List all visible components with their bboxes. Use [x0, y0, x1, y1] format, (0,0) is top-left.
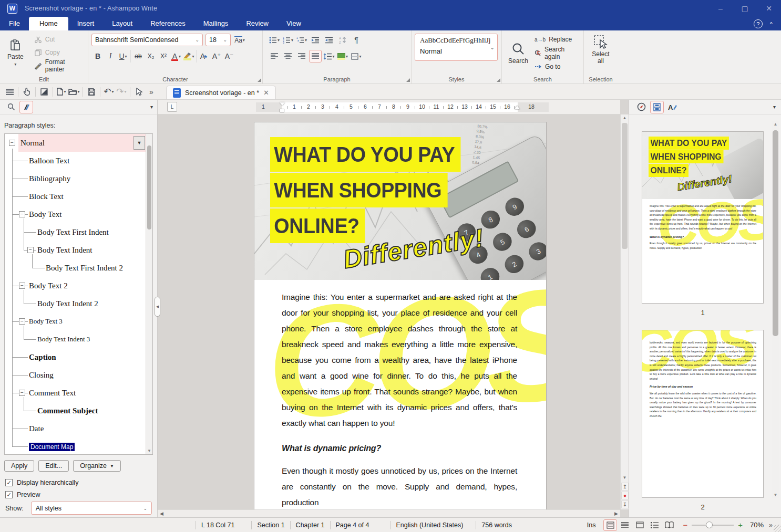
- right-indent-marker[interactable]: [515, 106, 520, 109]
- style-item-caption[interactable]: Caption: [5, 348, 152, 366]
- document-body-text[interactable]: Imagine this: You enter a supermarket an…: [282, 289, 517, 509]
- collapse-ribbon-icon[interactable]: ^: [770, 21, 773, 27]
- page-view-icon[interactable]: [603, 519, 617, 531]
- goto-button[interactable]: Go to: [532, 61, 580, 72]
- format-painter-button[interactable]: Format painter: [32, 60, 85, 71]
- tab-view[interactable]: View: [278, 17, 310, 30]
- touch-mode-icon[interactable]: [20, 86, 33, 98]
- select-all-button[interactable]: Selectall: [587, 34, 614, 66]
- tab-layout[interactable]: Layout: [103, 17, 141, 30]
- status-cursor-position[interactable]: L 18 Col 71: [201, 521, 234, 529]
- continuous-view-icon[interactable]: [618, 519, 632, 531]
- style-item-body-text[interactable]: −Body Text: [5, 205, 152, 223]
- status-section[interactable]: Section 1: [257, 521, 284, 529]
- character-dialog-launcher[interactable]: [258, 78, 261, 82]
- toolbar-overflow-icon[interactable]: »: [145, 86, 158, 98]
- web-view-icon[interactable]: [633, 519, 646, 531]
- tab-home[interactable]: Home: [29, 17, 68, 30]
- underline-button[interactable]: U▾: [117, 50, 129, 62]
- change-case-button[interactable]: Aa▾: [233, 34, 246, 46]
- subheading[interactable]: What is dynamic pricing?: [282, 441, 517, 456]
- superscript-button[interactable]: X²: [157, 50, 170, 62]
- resize-grip[interactable]: [774, 525, 781, 532]
- align-center-button[interactable]: [282, 50, 294, 62]
- insert-mode-indicator[interactable]: Ins: [587, 521, 596, 529]
- document-page[interactable]: 10,7%9,5%8,3%17,614,62,301,450,54 789 45…: [254, 122, 547, 509]
- style-item-dropdown[interactable]: ▼: [133, 136, 145, 150]
- paragraph-dialog-launcher[interactable]: [406, 78, 410, 82]
- subscript-button[interactable]: X₂: [145, 50, 157, 62]
- style-picker[interactable]: AaBbCcDdEeFfGgHhIiJj Normal ⌄: [415, 34, 498, 61]
- open-folder-icon[interactable]: ▾: [68, 86, 80, 98]
- status-language[interactable]: English (United States): [396, 521, 463, 529]
- font-size-combo[interactable]: 18 ⌄: [205, 34, 231, 46]
- decrease-indent-button[interactable]: [323, 34, 335, 46]
- style-item-body-text-first-indent-2[interactable]: Body Text First Indent 2: [5, 259, 152, 277]
- browse-object-button[interactable]: ●: [621, 492, 629, 499]
- zoom-slider[interactable]: [692, 525, 734, 526]
- status-page-count[interactable]: Page 4 of 4: [336, 521, 369, 529]
- scroll-up-icon[interactable]: ▲: [772, 122, 779, 127]
- zoom-level[interactable]: 70%: [750, 521, 764, 529]
- multilevel-list-button[interactable]: 1a▾: [295, 34, 308, 46]
- shrink-font-button[interactable]: A⁻: [223, 50, 235, 62]
- style-item-balloon-text[interactable]: Balloon Text: [5, 152, 152, 170]
- navigator-icon[interactable]: [634, 101, 648, 113]
- display-hierarchically-checkbox[interactable]: ✓: [5, 479, 13, 486]
- font-name-combo[interactable]: Bahnschrift SemiCondensed ⌄: [91, 34, 203, 46]
- minimize-button[interactable]: –: [708, 0, 733, 17]
- justify-button[interactable]: [309, 50, 322, 62]
- previous-page-button[interactable]: ↥: [621, 483, 629, 491]
- line-spacing-button[interactable]: ▾: [323, 50, 335, 62]
- tab-references[interactable]: References: [141, 17, 194, 30]
- style-item-bibliography[interactable]: Bibliography: [5, 170, 152, 187]
- tab-mailings[interactable]: Mailings: [194, 17, 238, 30]
- style-item-body-text-2[interactable]: −Body Text 2: [5, 277, 152, 295]
- style-item-normal[interactable]: − Normal ▼: [5, 134, 152, 152]
- align-left-button[interactable]: [268, 50, 281, 62]
- scrollbar-thumb[interactable]: [622, 123, 628, 249]
- shading-button[interactable]: ▾: [336, 50, 349, 62]
- maximize-button[interactable]: ▢: [733, 0, 757, 17]
- scroll-down-icon[interactable]: ▼: [146, 448, 152, 453]
- pointer-tool-icon[interactable]: [132, 86, 145, 98]
- tree-scrollbar[interactable]: ▼: [146, 134, 152, 454]
- style-item-body-text-indent-2[interactable]: Body Text Indent 2: [5, 295, 152, 312]
- styles-dialog-launcher[interactable]: [497, 78, 500, 82]
- style-item-comment-subject[interactable]: Comment Subject: [5, 402, 152, 420]
- status-chapter[interactable]: Chapter 1: [296, 521, 325, 529]
- organize-button[interactable]: Organize▼: [73, 460, 121, 472]
- search-again-button[interactable]: Search again: [532, 47, 580, 59]
- zoom-slider-knob[interactable]: [706, 521, 713, 528]
- style-item-body-text-first-indent[interactable]: Body Text First Indent: [5, 223, 152, 241]
- numbered-list-button[interactable]: 123▾: [282, 34, 294, 46]
- document-tab[interactable]: Screenshot vorlage - en * ✕: [166, 86, 276, 99]
- book-view-icon[interactable]: [662, 519, 676, 531]
- tab-file[interactable]: File: [0, 17, 29, 30]
- page-thumbnail-1[interactable]: WHAT DO YOU PAY WHEN SHOPPING ONLINE? Di…: [642, 131, 764, 304]
- contrast-view-icon[interactable]: [38, 86, 50, 98]
- sidebar-menu-icon[interactable]: ▾: [773, 104, 776, 110]
- align-right-button[interactable]: [295, 50, 308, 62]
- sort-button[interactable]: AZ: [336, 34, 349, 46]
- style-item-body-text-3[interactable]: −Body Text 3: [5, 312, 152, 330]
- panel-collapse-handle[interactable]: ◀: [155, 297, 160, 317]
- status-word-count[interactable]: 756 words: [481, 521, 512, 529]
- document-vertical-scrollbar[interactable]: ▲ ▼ ↥ ● ↧: [620, 114, 629, 509]
- highlight-button[interactable]: ▾: [182, 50, 195, 62]
- apply-button[interactable]: Apply: [4, 460, 34, 472]
- search-button[interactable]: Search: [505, 34, 531, 72]
- document-canvas[interactable]: 10,7%9,5%8,3%17,614,62,301,450,54 789 45…: [158, 114, 620, 509]
- copy-button[interactable]: Copy: [32, 47, 85, 58]
- document-horizontal-scrollbar[interactable]: ◀ ▶: [158, 509, 620, 517]
- new-document-icon[interactable]: ▾: [55, 86, 68, 98]
- tab-stop-selector[interactable]: L: [167, 102, 177, 112]
- scroll-up-icon[interactable]: ▲: [621, 116, 629, 120]
- style-item-date[interactable]: Date: [5, 420, 152, 437]
- zoom-in-button[interactable]: +: [738, 520, 743, 529]
- scroll-down-icon[interactable]: ▼: [621, 475, 629, 480]
- tree-scrollbar-thumb[interactable]: [147, 145, 151, 230]
- styles-pencil-icon[interactable]: A: [666, 101, 680, 113]
- scroll-left-icon[interactable]: ◀: [160, 511, 163, 516]
- paragraph-2[interactable]: Even though it mostly goes unnoticed by …: [282, 463, 517, 509]
